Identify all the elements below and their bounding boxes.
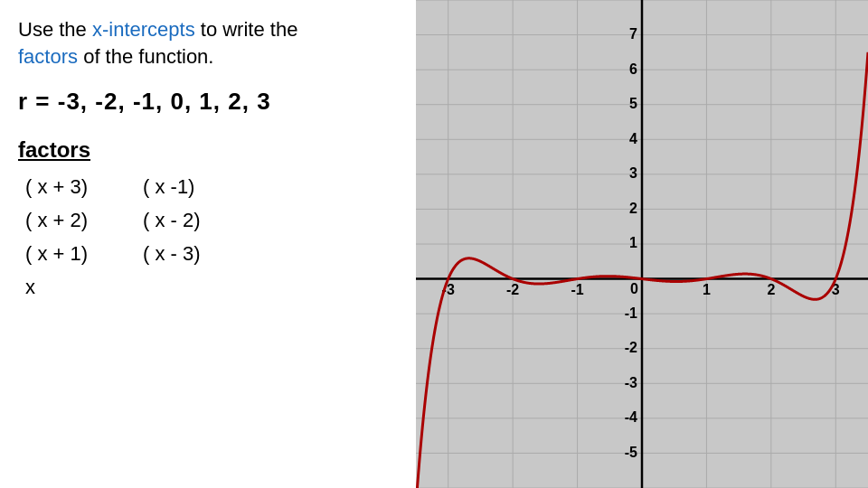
factor-col2-row4 — [136, 272, 253, 302]
factors-highlight: factors — [18, 45, 78, 68]
instruction-text: Use the x-intercepts to write the factor… — [18, 16, 398, 70]
right-panel — [416, 0, 868, 488]
roots-line: r = -3, -2, -1, 0, 1, 2, 3 — [18, 88, 398, 116]
factors-heading: factors — [18, 137, 398, 163]
factor-col1-row3: ( x + 1) — [18, 239, 136, 268]
left-panel: Use the x-intercepts to write the factor… — [0, 0, 416, 488]
factor-col1-row1: ( x + 3) — [18, 172, 136, 202]
factor-col1-row2: ( x + 2) — [18, 205, 136, 235]
roots-label: r = -3, -2, -1, 0, 1, 2, 3 — [18, 88, 271, 115]
factor-col2-row2: ( x - 2) — [136, 205, 253, 235]
x-intercepts-highlight: x-intercepts — [92, 18, 195, 41]
factor-col2-row1: ( x -1) — [136, 172, 253, 202]
factor-col1-row4: x — [18, 272, 136, 302]
instruction-middle: to write the — [195, 18, 298, 41]
factors-section: factors ( x + 3) ( x -1) ( x + 2) ( x - … — [18, 137, 398, 302]
factors-grid: ( x + 3) ( x -1) ( x + 2) ( x - 2) ( x +… — [18, 172, 398, 302]
graph-canvas — [416, 0, 868, 488]
instruction-prefix: Use the — [18, 18, 92, 41]
instruction-suffix: of the function. — [78, 45, 213, 68]
factor-col2-row3: ( x - 3) — [136, 239, 253, 268]
